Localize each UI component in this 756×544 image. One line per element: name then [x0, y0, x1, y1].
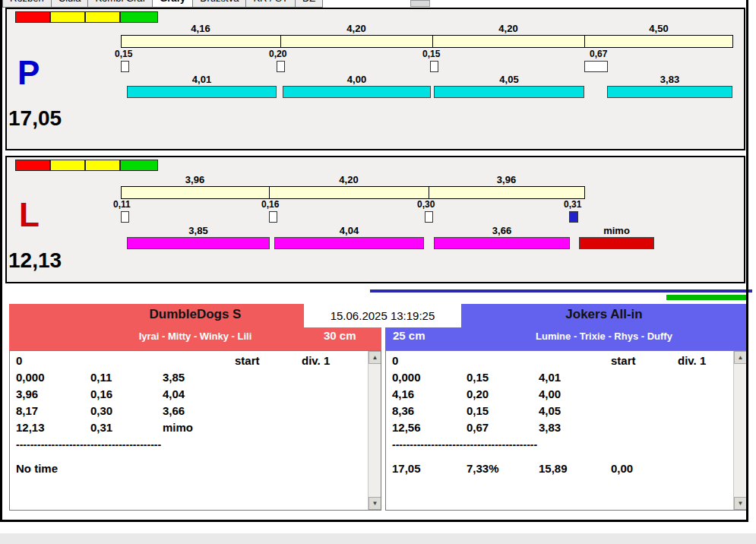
run-bar	[607, 86, 732, 98]
scrollbar-vertical[interactable]: ▲ ▼	[733, 351, 746, 510]
cell: 4,16	[392, 386, 467, 403]
split-bar-segment	[429, 187, 584, 198]
cell: 0,11	[90, 369, 163, 386]
lane-total-time-l: 12,13	[8, 248, 62, 273]
window-border-right	[746, 0, 748, 522]
window-border-left	[0, 0, 2, 522]
cell: 0	[16, 353, 90, 369]
cell: 0,16	[90, 386, 163, 403]
cell: 0,00	[611, 460, 678, 477]
results-head-row: 0 start div. 1	[16, 353, 365, 369]
cell	[163, 460, 235, 477]
cell: 0,15	[467, 403, 539, 419]
tab-cidla[interactable]: Čidla	[51, 0, 88, 8]
scroll-down-button[interactable]: ▼	[734, 497, 747, 510]
cell: 0,000	[16, 369, 90, 386]
start-light-red	[15, 11, 50, 23]
split-time-label: 4,20	[280, 23, 432, 34]
scroll-down-icon: ▼	[738, 500, 744, 507]
cell: 3,85	[163, 369, 235, 386]
changeover-time-label: 0,15	[422, 49, 440, 59]
results-table-left: 0 start div. 1 0,000 0,11 3,85 3,96 0,16…	[9, 350, 381, 511]
cell: 4,00	[539, 386, 611, 403]
cell: 3,83	[539, 419, 611, 436]
panel-lane-l: 3,96 4,20 3,96 0,11 0,16 0,30 0,31 3,85 …	[5, 156, 745, 283]
results-row: 8,17 0,30 3,66	[16, 403, 365, 419]
cell: 8,17	[16, 403, 90, 419]
run-time-label: 4,04	[274, 225, 424, 236]
cell: 0,15	[467, 369, 539, 386]
scrollbar-vertical[interactable]: ▲ ▼	[368, 351, 381, 510]
changeover-indicator	[121, 211, 129, 223]
results-table-right: 0 start div. 1 0,000 0,15 4,01 4,16 0,20…	[385, 350, 747, 511]
cell: start	[235, 353, 302, 369]
window-border-bottom	[0, 520, 748, 522]
cell: div. 1	[302, 353, 365, 369]
run-bar	[127, 86, 277, 98]
cell: 12,56	[392, 419, 467, 436]
scroll-up-button[interactable]: ▲	[734, 351, 747, 364]
cell: 8,36	[392, 403, 467, 419]
cell: 4,04	[163, 386, 235, 403]
cell: div. 1	[678, 353, 731, 369]
tab-druzstva[interactable]: Družstva	[192, 0, 245, 8]
start-light-yellow-1	[50, 11, 85, 23]
run-bar	[127, 237, 270, 249]
results-row: 8,36 0,15 4,05	[392, 403, 731, 419]
cell: 3,96	[16, 386, 90, 403]
results-footer-row: No time	[16, 460, 365, 477]
toolbar-button[interactable]	[410, 0, 430, 7]
run-time-label: 4,01	[127, 74, 277, 85]
changeover-indicator	[269, 211, 277, 223]
changeover-time-label: 0,31	[564, 199, 581, 210]
scroll-down-button[interactable]: ▼	[369, 497, 381, 510]
changeover-indicator	[121, 61, 129, 72]
split-bar-segment	[122, 187, 270, 198]
results-divider: ----------------------------------------…	[16, 439, 365, 450]
cell: 0	[392, 353, 467, 369]
cell: 17,05	[392, 460, 467, 477]
changeover-time-label: 0,16	[261, 199, 279, 210]
changeover-indicator-wide	[584, 61, 608, 72]
start-light-yellow-1	[50, 160, 85, 171]
changeover-indicator	[425, 211, 433, 223]
app-window: Rozbeh Čidla Kombi Graf Grafy Družstva K…	[0, 0, 756, 544]
results-row: 0,000 0,15 4,01	[392, 369, 731, 386]
split-bar-segment	[433, 36, 585, 47]
results-head-row: 0 start div. 1	[392, 353, 731, 369]
run-time-label: 3,85	[127, 225, 270, 236]
cell: 7,33%	[467, 460, 539, 477]
cell: 12,13	[16, 419, 90, 436]
jump-height-right: 25 cm	[393, 329, 425, 342]
tab-bar: Rozbeh Čidla Kombi Graf Grafy Družstva K…	[2, 0, 323, 8]
lane-letter-l: L	[19, 198, 40, 232]
tab-kombi-graf[interactable]: Kombi Graf	[87, 0, 152, 8]
split-time-label: 4,20	[269, 174, 429, 185]
cell: 0,20	[467, 386, 539, 403]
tab-dz[interactable]: DZ	[295, 0, 323, 8]
split-time-label: 3,96	[429, 174, 584, 185]
split-bar-segment	[281, 36, 433, 47]
changeover-indicator	[277, 61, 285, 72]
scroll-up-icon: ▲	[372, 354, 378, 361]
jump-height-left: 30 cm	[324, 329, 356, 342]
panel-lane-p: 4,16 4,20 4,20 4,50 0,15 0,20 0,15 0,67 …	[5, 8, 745, 150]
split-time-label: 3,96	[121, 174, 269, 185]
changeover-time-label: 0,30	[417, 199, 435, 210]
cell: 0,31	[90, 419, 163, 436]
split-bar-segment	[270, 187, 429, 198]
scroll-down-icon: ▼	[372, 500, 378, 507]
cell: 0,30	[90, 403, 163, 419]
start-light-yellow-2	[85, 11, 120, 23]
run-bar	[274, 237, 424, 249]
tab-kr-st[interactable]: KR / ŠT	[245, 0, 295, 8]
tab-rozbeh[interactable]: Rozbeh	[2, 0, 51, 8]
scroll-up-button[interactable]: ▲	[369, 351, 381, 364]
cell: No time	[16, 460, 90, 477]
cell: 0,67	[467, 419, 539, 436]
team-dogs-right: Lumine - Trixie - Rhys - Duffy	[461, 331, 747, 342]
split-time-label: 4,50	[584, 23, 733, 34]
split-bar	[121, 35, 733, 48]
start-light-red	[15, 160, 50, 171]
tab-grafy[interactable]: Grafy	[152, 0, 192, 8]
